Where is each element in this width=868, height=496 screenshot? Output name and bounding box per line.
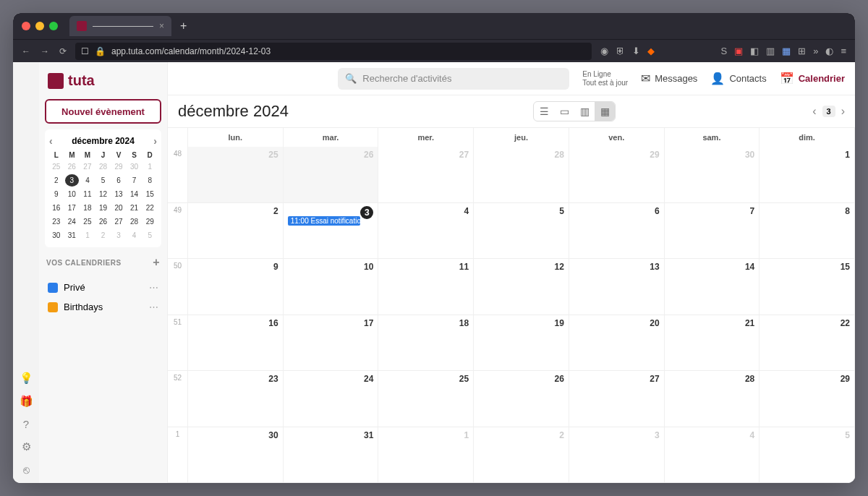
mini-day-cell[interactable]: 10 (65, 188, 80, 200)
day-cell[interactable]: 29 (760, 371, 855, 427)
day-cell[interactable]: 9 (188, 259, 284, 315)
calendar-more-icon[interactable]: ⋯ (149, 282, 158, 293)
mini-day-cell[interactable]: 4 (127, 229, 142, 241)
minimize-window[interactable] (35, 22, 44, 30)
mini-day-cell[interactable]: 2 (49, 174, 64, 187)
mini-day-cell[interactable]: 11 (80, 188, 95, 200)
mini-day-cell[interactable]: 3 (111, 229, 126, 241)
day-cell[interactable]: 1 (760, 147, 855, 202)
view-day[interactable]: ▭ (554, 102, 574, 121)
day-cell[interactable]: 15 (760, 259, 855, 315)
day-cell[interactable]: 29 (569, 147, 665, 202)
mini-day-cell[interactable]: 23 (49, 215, 64, 228)
mini-day-cell[interactable]: 27 (80, 161, 95, 173)
mini-day-cell[interactable]: 17 (65, 202, 80, 214)
day-cell[interactable]: 8 (760, 203, 855, 259)
back-button[interactable]: ← (22, 46, 30, 56)
reload-button[interactable]: ⟳ (59, 46, 67, 56)
mini-day-cell[interactable]: 6 (111, 174, 126, 187)
mini-day-cell[interactable]: 25 (80, 215, 95, 228)
day-cell[interactable]: 30 (665, 147, 760, 202)
mini-day-cell[interactable]: 5 (96, 174, 111, 187)
day-cell[interactable]: 2 (474, 427, 569, 483)
day-cell[interactable]: 4 (378, 203, 474, 259)
nav-messages[interactable]: ✉ Messages (641, 72, 697, 85)
day-cell[interactable]: 26 (474, 371, 569, 427)
day-cell[interactable]: 14 (665, 259, 760, 315)
day-cell[interactable]: 20 (569, 315, 665, 371)
day-cell[interactable]: 4 (665, 427, 760, 483)
mini-day-cell[interactable]: 15 (142, 188, 157, 200)
day-cell[interactable]: 16 (188, 315, 284, 371)
mini-day-cell[interactable]: 3 (65, 174, 80, 187)
day-cell[interactable]: 6 (569, 203, 665, 259)
mini-day-cell[interactable]: 4 (80, 174, 95, 187)
search-input[interactable]: 🔍 Recherche d'activités (338, 68, 569, 90)
mini-day-cell[interactable]: 1 (80, 229, 95, 241)
mini-day-cell[interactable]: 29 (142, 215, 157, 228)
day-cell[interactable]: 21 (665, 315, 760, 371)
mini-day-cell[interactable]: 18 (80, 202, 95, 214)
mini-day-cell[interactable]: 2 (96, 229, 111, 241)
mini-day-cell[interactable]: 26 (65, 161, 80, 173)
new-tab-button[interactable]: + (180, 20, 187, 33)
mini-day-cell[interactable]: 7 (127, 174, 142, 187)
mini-prev-month[interactable]: ‹ (49, 135, 53, 147)
ext-icon[interactable]: ▦ (782, 46, 791, 56)
mini-day-cell[interactable]: 5 (142, 229, 157, 241)
mini-day-cell[interactable]: 14 (127, 188, 142, 200)
mini-day-cell[interactable]: 19 (96, 202, 111, 214)
lightbulb-icon[interactable]: 💡 (20, 372, 33, 385)
eye-icon[interactable]: ◉ (600, 46, 608, 56)
forward-button[interactable]: → (41, 46, 49, 56)
ext-icon[interactable]: » (813, 46, 818, 56)
menu-icon[interactable]: ≡ (841, 46, 846, 56)
ext-icon[interactable]: ◐ (825, 46, 833, 56)
shield-icon[interactable]: ⛨ (616, 46, 625, 56)
mini-day-cell[interactable]: 12 (96, 188, 111, 200)
help-icon[interactable]: ? (23, 418, 29, 430)
view-agenda[interactable]: ☰ (534, 102, 554, 121)
ext-icon[interactable]: ⊞ (798, 46, 806, 56)
day-cell[interactable]: 2 (188, 203, 284, 259)
view-week[interactable]: ▥ (574, 102, 595, 121)
download-icon[interactable]: ⬇ (632, 46, 640, 56)
day-cell[interactable]: 13 (569, 259, 665, 315)
day-cell[interactable]: 30 (188, 427, 284, 483)
day-cell[interactable]: 3 (569, 427, 665, 483)
calendar-more-icon[interactable]: ⋯ (149, 302, 158, 312)
day-cell[interactable]: 19 (474, 315, 569, 371)
close-window[interactable] (22, 22, 30, 30)
mini-day-cell[interactable]: 1 (142, 161, 157, 173)
mini-day-cell[interactable]: 30 (49, 229, 64, 241)
mini-day-cell[interactable]: 8 (142, 174, 157, 187)
new-event-button[interactable]: Nouvel évènement (45, 99, 161, 124)
mini-day-cell[interactable]: 20 (111, 202, 126, 214)
add-calendar-button[interactable]: + (153, 256, 160, 269)
browser-tab[interactable]: ——————— × (69, 16, 171, 36)
mini-day-cell[interactable]: 29 (111, 161, 126, 173)
day-cell[interactable]: 25 (378, 371, 474, 427)
calendar-item[interactable]: Birthdays ⋯ (45, 297, 161, 317)
day-cell[interactable]: 22 (760, 315, 855, 371)
mini-day-cell[interactable]: 25 (49, 161, 64, 173)
day-cell[interactable]: 17 (284, 315, 379, 371)
bookmark-icon[interactable]: ☐ (81, 46, 89, 56)
maximize-window[interactable] (49, 22, 58, 30)
day-cell[interactable]: 12 (474, 259, 569, 315)
day-cell[interactable]: 5 (760, 427, 855, 483)
mini-day-cell[interactable]: 24 (65, 215, 80, 228)
day-cell[interactable]: 18 (378, 315, 474, 371)
day-cell[interactable]: 24 (284, 371, 379, 427)
day-cell[interactable]: 311:00 Essai notification (284, 203, 379, 259)
gift-icon[interactable]: 🎁 (20, 395, 33, 408)
nav-contacts[interactable]: 👤 Contacts (710, 72, 766, 85)
mini-day-cell[interactable]: 21 (127, 202, 142, 214)
nav-calendar[interactable]: 📅 Calendrier (780, 72, 845, 85)
url-field[interactable]: ☐ 🔒 app.tuta.com/calendar/month/2024-12-… (75, 43, 592, 60)
mini-day-cell[interactable]: 31 (65, 229, 80, 241)
close-tab-icon[interactable]: × (159, 21, 164, 31)
day-cell[interactable]: 1 (378, 427, 474, 483)
day-cell[interactable]: 27 (378, 147, 474, 202)
mini-day-cell[interactable]: 30 (127, 161, 142, 173)
